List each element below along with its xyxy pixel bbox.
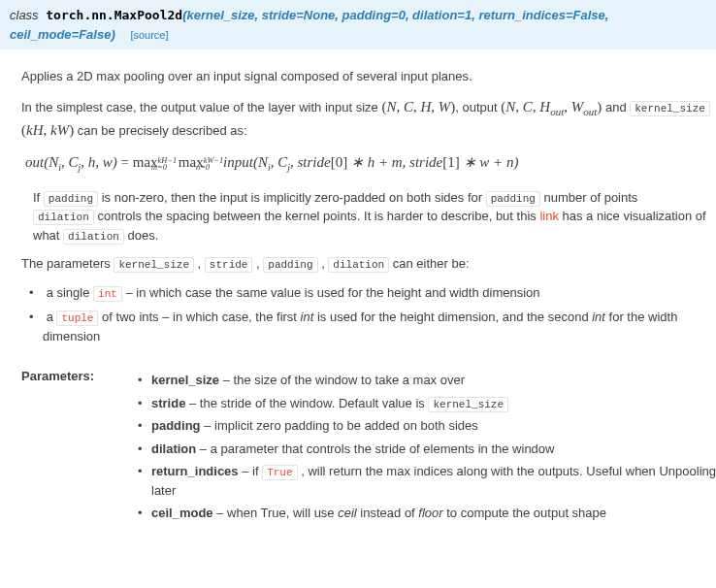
li0-pre: a single [47, 285, 93, 300]
code-dilation-3: dilation [328, 257, 389, 273]
param-mid: instead of [357, 506, 419, 520]
em-floor: floor [418, 506, 442, 520]
param-desc: – the stride of the window. Default valu… [185, 396, 428, 410]
param-name: ceil_mode [151, 506, 213, 520]
class-signature: class torch.nn.MaxPool2d(kernel_size, st… [0, 0, 716, 49]
param-desc: – implicit zero padding to be added on b… [201, 418, 478, 433]
param-desc: – if [239, 464, 263, 478]
code-true: True [262, 465, 297, 480]
em-ceil: ceil [338, 506, 357, 520]
math-kernel-size: (kH, kW) [21, 122, 74, 138]
param-item: stride – the stride of the window. Defau… [151, 394, 716, 413]
param-item: dilation – a parameter that controls the… [151, 440, 716, 459]
simple-case-text: In the simplest case, the output value o… [21, 96, 716, 142]
param-name: dilation [151, 441, 196, 456]
intro-text: Applies a 2D max pooling over an input s… [21, 67, 716, 86]
math-input-size: (N, C, H, W) [381, 99, 455, 114]
param-desc: – the size of the window to take a max o… [219, 373, 465, 387]
code-ks: kernel_size [114, 257, 194, 273]
param-item: padding – implicit zero padding to be ad… [151, 416, 716, 436]
signature-module: torch.nn. [46, 8, 114, 22]
param-desc: – when True, will use [213, 506, 339, 520]
param-desc: – a parameter that controls the stride o… [196, 441, 554, 456]
li1-em2: int [592, 310, 605, 324]
pn-1b: is non-zero, then the input is implicitl… [98, 190, 486, 205]
li1-p2: is used for the height dimension, and th… [313, 310, 592, 324]
param-name: padding [151, 418, 201, 433]
li1-p1: of two ints – in which case, the first [98, 310, 300, 324]
code-kernel-size-2: kernel_size [428, 397, 508, 412]
code-kernel-size: kernel_size [630, 101, 710, 116]
source-link[interactable]: [source] [130, 29, 168, 41]
notes-block: If padding is non-zero, then the input i… [21, 188, 716, 245]
sc-m2: and [605, 100, 630, 114]
param-item: kernel_size – the size of the window to … [151, 371, 716, 390]
sc-suf: can be precisely described as: [78, 123, 247, 138]
param-desc2: to compute the output shape [443, 506, 606, 520]
eb-suf: can either be: [393, 256, 470, 271]
sc-prefix: In the simplest case, the output value o… [21, 100, 381, 114]
either-be-text: The parameters kernel_size , stride , pa… [21, 254, 716, 274]
code-stride: stride [205, 257, 253, 273]
sc-m1: , output [455, 100, 501, 114]
param-name: return_indices [151, 464, 239, 478]
parameters-section: Parameters: kernel_size – the size of th… [21, 367, 716, 527]
param-name: kernel_size [151, 373, 219, 387]
li1-pre: a [47, 310, 57, 324]
either-list: a single int – in which case the same va… [21, 283, 716, 346]
math-output-size: (N, C, Hout, Wout) [501, 99, 602, 114]
code-tuple: tuple [56, 310, 98, 326]
pn-2c: does. [124, 228, 158, 243]
doc-body: Applies a 2D max pooling over an input s… [0, 49, 716, 527]
code-dilation: dilation [33, 210, 94, 225]
parameters-label: Parameters: [21, 367, 136, 527]
list-item: a single int – in which case the same va… [43, 283, 716, 303]
parameters-list: kernel_size – the size of the window to … [136, 367, 716, 527]
pn-1c: number of points [540, 190, 637, 205]
code-padding-2: padding [486, 191, 540, 207]
pn-1a: If [33, 190, 44, 205]
dilation-link[interactable]: link [539, 209, 559, 223]
list-item: a tuple of two ints – in which case, the… [43, 308, 716, 345]
signature-classname: MaxPool2d [114, 8, 182, 22]
code-padding: padding [44, 191, 98, 207]
formula: out(Ni, Cj, h, w) = maxkH−1m=0maxkW−1n=0… [25, 151, 716, 175]
param-item: ceil_mode – when True, will use ceil ins… [151, 504, 716, 523]
eb-pre: The parameters [21, 256, 114, 271]
dilation-note: dilation controls the spacing between th… [33, 207, 716, 245]
code-padding-3: padding [263, 257, 317, 273]
padding-note: If padding is non-zero, then the input i… [33, 188, 716, 208]
code-dilation-2: dilation [63, 229, 124, 245]
param-name: stride [151, 396, 185, 410]
li1-em1: int [301, 310, 314, 324]
pn-2a: controls the spacing between the kernel … [94, 209, 540, 223]
code-int: int [93, 286, 122, 302]
param-item: return_indices – if True , will return t… [151, 462, 716, 500]
li0-post: – in which case the same value is used f… [122, 285, 540, 300]
signature-keyword: class [10, 8, 39, 22]
